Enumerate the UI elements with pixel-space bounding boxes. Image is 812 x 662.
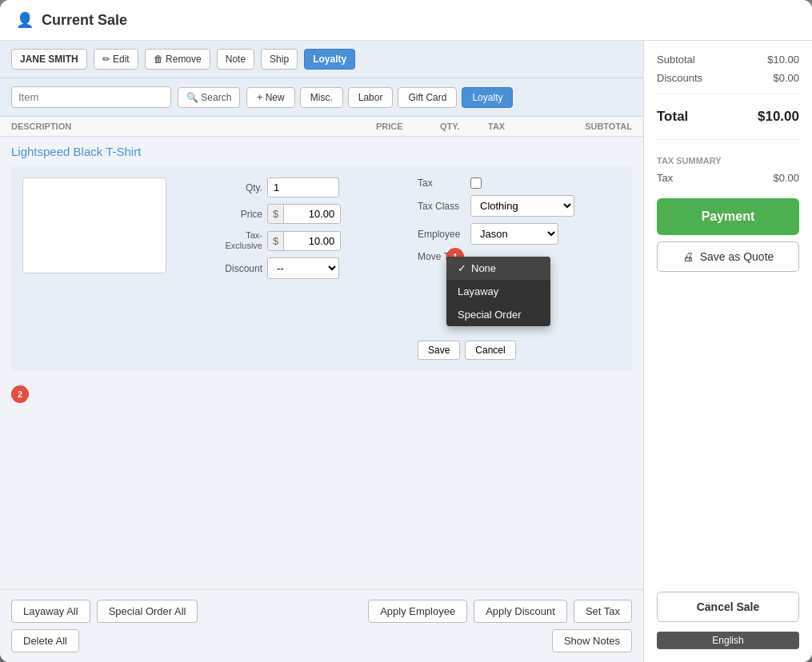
employee-row: Employee Jason [418, 223, 621, 245]
sale-items-area: Lightspeed Black T-Shirt Qty. [0, 137, 643, 589]
discounts-row: Discounts $0.00 [657, 72, 799, 84]
col-tax: TAX [488, 122, 552, 131]
tax-label: Tax [657, 172, 673, 184]
tax-checkbox[interactable] [470, 177, 482, 189]
payment-button[interactable]: Payment [657, 198, 799, 235]
tax-summary-label: TAX SUMMARY [657, 156, 799, 166]
tax-exclusive-prefix: $ [268, 232, 284, 250]
main-content: JANE SMITH ✏ Edit 🗑 Remove Note Ship Loy… [0, 41, 812, 662]
summary-divider [657, 94, 799, 94]
layaway-all-button[interactable]: Layaway All [11, 600, 90, 623]
tax-class-select[interactable]: Clothing [470, 195, 574, 217]
col-description: DESCRIPTION [11, 122, 376, 131]
discounts-value: $0.00 [773, 72, 799, 84]
bottom-row-2: Delete All Show Notes [11, 629, 632, 652]
note-button[interactable]: Note [217, 49, 254, 70]
subtotal-row: Subtotal $10.00 [657, 54, 799, 66]
price-input[interactable] [284, 205, 340, 223]
move-to-row: Move To 1 ✓ None [418, 251, 621, 262]
set-tax-button[interactable]: Set Tax [574, 600, 632, 623]
search-button[interactable]: 🔍 Search [178, 87, 240, 108]
price-wrap: $ [267, 204, 341, 224]
apply-employee-button[interactable]: Apply Employee [368, 600, 467, 623]
total-row: Total $10.00 [657, 109, 799, 125]
loyalty-search-button[interactable]: Loyalty [462, 87, 513, 108]
title-bar: 👤 Current Sale [0, 0, 812, 41]
subtotal-label: Subtotal [657, 54, 695, 66]
item-right-fields: Tax Tax Class Clothing Employee [418, 177, 621, 360]
ship-button[interactable]: Ship [261, 49, 298, 70]
item-title[interactable]: Lightspeed Black T-Shirt [11, 145, 632, 158]
col-price: PRICE [376, 122, 440, 131]
item-save-button[interactable]: Save [418, 341, 460, 360]
move-to-menu: ✓ None Layaway Special Order [446, 257, 550, 326]
delete-all-button[interactable]: Delete All [11, 629, 79, 652]
save-cancel-row: Save Cancel [418, 341, 621, 360]
move-to-special-order[interactable]: Special Order [446, 303, 550, 326]
employee-select[interactable]: Jason [470, 223, 558, 245]
misc-button[interactable]: Misc. [300, 87, 343, 108]
quote-icon: 🖨 [682, 250, 694, 263]
apply-discount-button[interactable]: Apply Discount [474, 600, 567, 623]
total-divider [657, 139, 799, 140]
qty-row: Qty. [206, 177, 410, 197]
price-label: Price [206, 209, 262, 220]
tax-exclusive-row: Tax-Exclusive $ [206, 230, 410, 251]
discounts-label: Discounts [657, 72, 702, 84]
discount-label: Discount [206, 263, 262, 274]
tax-row: Tax $0.00 [657, 172, 799, 184]
move-to-none[interactable]: ✓ None [446, 257, 550, 280]
special-order-all-button[interactable]: Special Order All [97, 600, 198, 623]
badge-2: 2 [11, 385, 29, 403]
search-bar: 🔍 Search + New Misc. Labor Gift Card Loy… [0, 78, 643, 117]
tax-class-row: Tax Class Clothing [418, 195, 621, 217]
discount-select[interactable]: -- [267, 257, 339, 279]
gift-card-button[interactable]: Gift Card [398, 87, 457, 108]
page-title: Current Sale [42, 12, 127, 29]
tax-checkbox-label: Tax [418, 177, 466, 189]
action-buttons: + New Misc. Labor Gift Card Loyalty [246, 87, 513, 108]
item-search-input[interactable] [18, 91, 164, 103]
tax-checkbox-row: Tax [418, 177, 621, 189]
price-prefix: $ [268, 205, 284, 223]
qty-label: Qty. [206, 182, 262, 193]
tax-exclusive-input[interactable] [284, 232, 340, 250]
tax-exclusive-label: Tax-Exclusive [206, 230, 262, 251]
item-search-wrap [11, 86, 171, 108]
bottom-actions: Layaway All Special Order All Apply Empl… [0, 589, 643, 662]
remove-button[interactable]: 🗑 Remove [145, 49, 210, 70]
item-left-fields: Qty. Price $ Tax-Exc [206, 177, 410, 360]
cancel-sale-button[interactable]: Cancel Sale [657, 592, 799, 622]
save-quote-button[interactable]: 🖨 Save as Quote [657, 241, 799, 272]
new-button[interactable]: + New [246, 87, 294, 108]
special-order-option-label: Special Order [458, 309, 521, 321]
checkmark-icon: ✓ [458, 262, 466, 274]
item-cancel-button[interactable]: Cancel [465, 341, 515, 360]
customer-bar: JANE SMITH ✏ Edit 🗑 Remove Note Ship Loy… [0, 41, 643, 78]
tax-class-label: Tax Class [418, 201, 466, 212]
item-detail-grid: Qty. Price $ Tax-Exc [22, 177, 621, 360]
customer-name-button[interactable]: JANE SMITH [11, 49, 87, 70]
edit-button[interactable]: ✏ Edit [94, 49, 138, 70]
app-window: 👤 Current Sale JANE SMITH ✏ Edit 🗑 Remov… [0, 0, 812, 662]
tax-value: $0.00 [773, 172, 799, 184]
item-image-area [22, 177, 198, 360]
language-badge[interactable]: English [657, 632, 799, 649]
qty-input[interactable] [267, 177, 339, 197]
item-notes-textarea[interactable] [22, 177, 166, 273]
total-value: $10.00 [758, 109, 799, 125]
move-to-layaway[interactable]: Layaway [446, 280, 550, 303]
col-qty: QTY. [440, 122, 488, 131]
item-detail-card: Qty. Price $ Tax-Exc [11, 166, 632, 371]
right-panel: Subtotal $10.00 Discounts $0.00 Total $1… [644, 41, 812, 662]
bottom-row-1: Layaway All Special Order All Apply Empl… [11, 600, 632, 623]
show-notes-button[interactable]: Show Notes [552, 629, 632, 652]
total-label: Total [657, 109, 688, 125]
labor-button[interactable]: Labor [348, 87, 394, 108]
loyalty-button[interactable]: Loyalty [304, 49, 355, 70]
subtotal-value: $10.00 [767, 54, 799, 66]
layaway-option-label: Layaway [458, 285, 498, 297]
table-header: DESCRIPTION PRICE QTY. TAX SUBTOTAL [0, 117, 643, 137]
price-row: Price $ [206, 204, 410, 224]
col-subtotal: SUBTOTAL [552, 122, 632, 131]
